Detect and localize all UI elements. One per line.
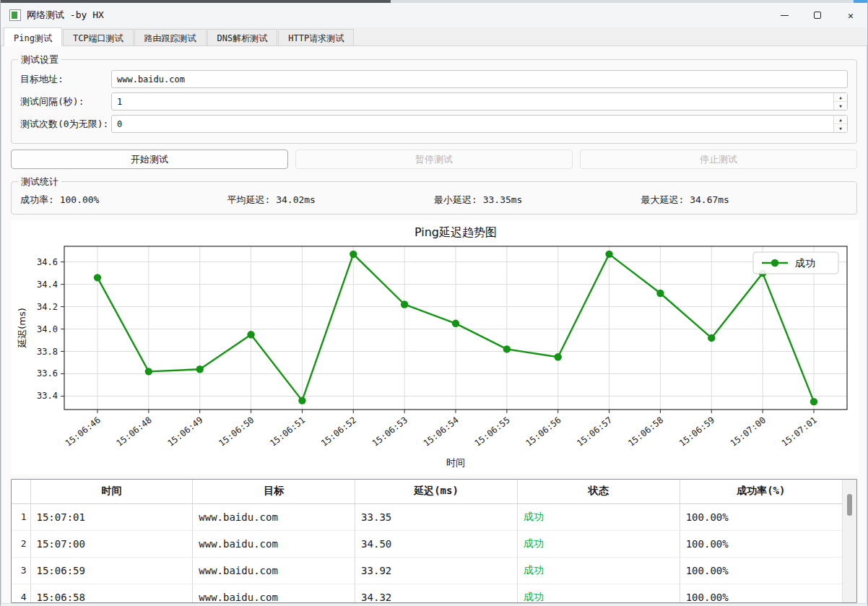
- column-header-0[interactable]: 时间: [30, 480, 193, 503]
- chart-svg: 33.433.633.834.034.234.434.615:06:4615:0…: [11, 220, 859, 475]
- svg-text:延迟(ms): 延迟(ms): [17, 308, 27, 348]
- target-address-input[interactable]: [111, 70, 848, 88]
- tab-bar: Ping测试TCP端口测试路由跟踪测试DNS解析测试HTTP请求测试: [1, 27, 867, 46]
- label-target-address: 目标地址:: [20, 73, 111, 86]
- stat-item-2: 最小延迟: 33.35ms: [434, 194, 641, 207]
- minimize-button[interactable]: [768, 3, 801, 27]
- close-icon: ✕: [848, 11, 854, 20]
- cell-time: 15:06:59: [30, 557, 193, 584]
- cell-status: 成功: [517, 503, 680, 530]
- row-number: 4: [12, 584, 30, 603]
- results-table: 时间目标延迟(ms)状态成功率(%) 115:07:01www.baidu.co…: [12, 480, 842, 603]
- app-icon: [9, 9, 21, 21]
- svg-text:34.2: 34.2: [37, 302, 58, 312]
- cell-latency: 33.92: [355, 557, 518, 584]
- label-test-count: 测试次数(0为无限):: [20, 118, 111, 131]
- test-interval-spinner: ▲▼: [833, 93, 847, 110]
- svg-text:33.6: 33.6: [37, 368, 58, 378]
- cell-rate: 100.00%: [680, 530, 842, 557]
- start-test-button[interactable]: 开始测试: [11, 150, 288, 169]
- tab-2[interactable]: 路由跟踪测试: [134, 29, 207, 46]
- row-number-header: [12, 480, 30, 503]
- svg-text:34.4: 34.4: [37, 280, 58, 290]
- column-header-4[interactable]: 成功率(%): [680, 480, 842, 503]
- cell-latency: 34.50: [355, 530, 518, 557]
- test-control-buttons: 开始测试暂停测试停止测试: [11, 150, 857, 169]
- row-number: 2: [12, 530, 30, 557]
- cell-target: www.baidu.com: [193, 503, 355, 530]
- cell-status: 成功: [517, 530, 680, 557]
- column-header-2[interactable]: 延迟(ms): [355, 480, 518, 503]
- table-row[interactable]: 315:06:59www.baidu.com33.92成功100.00%: [12, 557, 842, 584]
- row-number: 1: [12, 503, 30, 530]
- cell-time: 15:07:00: [30, 530, 193, 557]
- svg-text:33.4: 33.4: [37, 391, 58, 401]
- settings-group-title: 测试设置: [18, 53, 61, 66]
- title-bar[interactable]: 网络测试 -by HX ✕: [1, 3, 867, 27]
- maximize-icon: [814, 12, 821, 19]
- tab-3[interactable]: DNS解析测试: [207, 29, 278, 46]
- test-interval-spin-up-icon[interactable]: ▲: [834, 93, 847, 102]
- label-test-interval: 测试间隔(秒):: [20, 95, 111, 108]
- test-count-spin-down-icon[interactable]: ▼: [834, 124, 847, 132]
- test-count-spin-up-icon[interactable]: ▲: [834, 116, 847, 124]
- cell-time: 15:07:01: [30, 503, 193, 530]
- svg-text:成功: 成功: [795, 257, 815, 269]
- stop-test-button[interactable]: 停止测试: [580, 150, 857, 169]
- results-table-container: 时间目标延迟(ms)状态成功率(%) 115:07:01www.baidu.co…: [11, 479, 857, 603]
- window-bottom-edge: [1, 603, 867, 606]
- ping-latency-chart: 33.433.633.834.034.234.434.615:06:4615:0…: [11, 220, 857, 475]
- svg-text:时间: 时间: [446, 457, 465, 468]
- cell-latency: 33.35: [355, 503, 518, 530]
- close-button[interactable]: ✕: [834, 3, 867, 27]
- table-row[interactable]: 215:07:00www.baidu.com34.50成功100.00%: [12, 530, 842, 557]
- table-row[interactable]: 115:07:01www.baidu.com33.35成功100.00%: [12, 503, 842, 530]
- tab-0-active[interactable]: Ping测试: [4, 27, 62, 46]
- minimize-icon: [781, 15, 789, 16]
- cell-status: 成功: [517, 557, 680, 584]
- field-row-test-interval: 测试间隔(秒):▲▼: [20, 92, 848, 111]
- app-window: 网络测试 -by HX ✕ Ping测试TCP端口测试路由跟踪测试DNS解析测试…: [0, 0, 868, 606]
- stat-item-3: 最大延迟: 34.67ms: [641, 194, 849, 207]
- test-interval-input[interactable]: [111, 92, 848, 111]
- column-header-1[interactable]: 目标: [193, 480, 355, 503]
- tab-page-ping: 测试设置 目标地址:测试间隔(秒):▲▼测试次数(0为无限):▲▼ 开始测试暂停…: [1, 46, 867, 603]
- stats-group: 测试统计 成功率: 100.00%平均延迟: 34.02ms最小延迟: 33.3…: [11, 181, 857, 215]
- cell-target: www.baidu.com: [193, 584, 355, 603]
- stat-item-1: 平均延迟: 34.02ms: [227, 194, 435, 207]
- stats-group-title: 测试统计: [18, 176, 61, 189]
- svg-text:34.6: 34.6: [37, 257, 58, 267]
- column-header-3[interactable]: 状态: [517, 480, 680, 503]
- cell-rate: 100.00%: [680, 584, 842, 603]
- cell-rate: 100.00%: [680, 503, 842, 530]
- svg-text:Ping延迟趋势图: Ping延迟趋势图: [415, 225, 497, 239]
- cell-latency: 34.32: [355, 584, 518, 603]
- table-vertical-scrollbar[interactable]: [842, 480, 856, 602]
- test-count-spinner: ▲▼: [833, 116, 847, 132]
- scrollbar-thumb[interactable]: [847, 494, 852, 516]
- test-count-input[interactable]: [111, 115, 848, 133]
- cell-rate: 100.00%: [680, 557, 842, 584]
- pause-test-button[interactable]: 暂停测试: [295, 150, 573, 169]
- table-row[interactable]: 415:06:58www.baidu.com34.32成功100.00%: [12, 584, 842, 603]
- cell-status: 成功: [517, 584, 680, 603]
- cell-target: www.baidu.com: [193, 530, 355, 557]
- window-title: 网络测试 -by HX: [27, 9, 104, 22]
- field-row-target-address: 目标地址:: [20, 70, 848, 88]
- cell-target: www.baidu.com: [193, 557, 355, 584]
- cell-time: 15:06:58: [30, 584, 193, 603]
- row-number: 3: [12, 557, 30, 584]
- svg-text:34.0: 34.0: [37, 324, 58, 334]
- maximize-button[interactable]: [801, 3, 834, 27]
- stat-item-0: 成功率: 100.00%: [20, 194, 227, 207]
- tab-1[interactable]: TCP端口测试: [63, 29, 134, 46]
- field-row-test-count: 测试次数(0为无限):▲▼: [20, 115, 848, 133]
- svg-text:33.8: 33.8: [37, 347, 58, 357]
- settings-group: 测试设置 目标地址:测试间隔(秒):▲▼测试次数(0为无限):▲▼: [11, 59, 857, 144]
- test-interval-spin-down-icon[interactable]: ▼: [834, 102, 847, 110]
- tab-4[interactable]: HTTP请求测试: [278, 29, 354, 46]
